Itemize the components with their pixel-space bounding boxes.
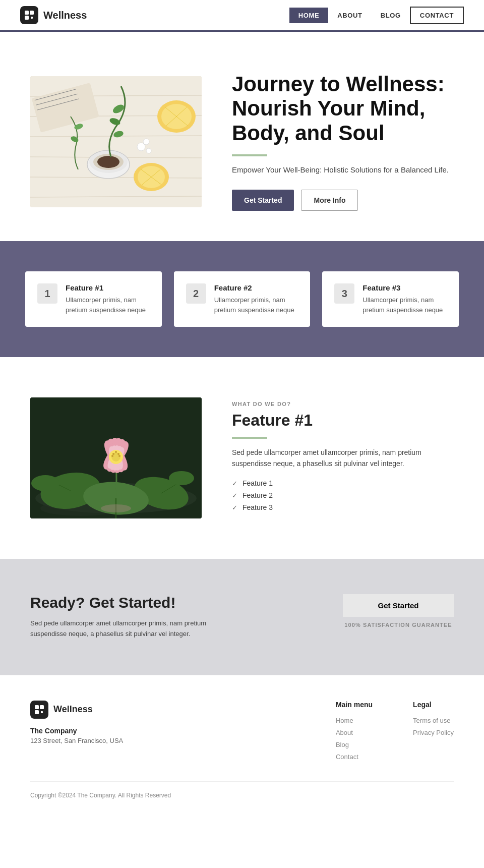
svg-rect-65 (35, 705, 39, 709)
svg-point-61 (115, 451, 117, 453)
what-title: Feature #1 (232, 411, 454, 430)
footer-legal-menu: Legal Terms of use Privacy Policy (413, 701, 454, 761)
footer-logo-text: Wellness (53, 704, 93, 715)
logo: Wellness (20, 6, 87, 24)
footer-link-privacy[interactable]: Privacy Policy (413, 729, 454, 736)
hero-buttons: Get Started More Info (232, 190, 454, 211)
footer-brand: Wellness The Company 123 Street, San Fra… (30, 701, 295, 761)
cta-desc: Sed pede ullamcorper amet ullamcorper pr… (30, 618, 242, 640)
logo-text: Wellness (43, 10, 87, 21)
cta-right: Get Started 100% SATISFACTION GUARANTEE (343, 594, 454, 628)
svg-point-26 (97, 156, 119, 168)
footer-legal-title: Legal (413, 701, 454, 709)
footer: Wellness The Company 123 Street, San Fra… (0, 675, 484, 814)
nav-about[interactable]: ABOUT (328, 8, 371, 23)
svg-rect-2 (25, 16, 29, 20)
feature-list: ✓ Feature 1 ✓ Feature 2 ✓ Feature 3 (232, 479, 454, 511)
check-icon-1: ✓ (232, 480, 237, 487)
svg-point-33 (143, 139, 149, 145)
what-desc: Sed pede ullamcorper amet ullamcorper pr… (232, 447, 454, 470)
cta-left: Ready? Get Started! Sed pede ullamcorper… (30, 594, 242, 640)
list-item-label-1: Feature 1 (243, 479, 273, 487)
navbar: Wellness HOME ABOUT BLOG CONTACT (0, 0, 484, 32)
svg-rect-0 (25, 11, 29, 15)
svg-point-59 (112, 453, 114, 455)
cta-section: Ready? Get Started! Sed pede ullamcorper… (0, 559, 484, 675)
footer-link-terms[interactable]: Terms of use (413, 717, 450, 724)
footer-link-blog[interactable]: Blog (336, 741, 349, 748)
nav-links: HOME ABOUT BLOG CONTACT (289, 7, 464, 24)
list-item-label-3: Feature 3 (243, 503, 273, 511)
footer-main-links: Home About Blog Contact (336, 716, 373, 761)
footer-legal-links: Terms of use Privacy Policy (413, 716, 454, 737)
svg-point-60 (117, 453, 119, 455)
more-info-button[interactable]: More Info (301, 190, 358, 211)
feature-num-3: 3 (334, 283, 354, 304)
svg-rect-66 (40, 705, 44, 709)
nav-blog[interactable]: BLOG (372, 8, 410, 23)
footer-link-about[interactable]: About (336, 729, 353, 736)
feature-title-2: Feature #2 (214, 283, 298, 292)
feature-card-3: 3 Feature #3 Ullamcorper primis, nam pre… (322, 271, 459, 327)
list-item-3: ✓ Feature 3 (232, 503, 454, 511)
what-divider (232, 437, 267, 439)
features-grid: 1 Feature #1 Ullamcorper primis, nam pre… (25, 271, 459, 327)
footer-top: Wellness The Company 123 Street, San Fra… (30, 701, 454, 761)
footer-address: 123 Street, San Francisco, USA (30, 737, 295, 744)
footer-bottom: Copyright ©2024 The Company. All Rights … (30, 781, 454, 799)
what-label: WHAT DO WE DO? (232, 401, 454, 407)
features-band: 1 Feature #1 Ullamcorper primis, nam pre… (0, 241, 484, 357)
what-section: WHAT DO WE DO? Feature #1 Sed pede ullam… (0, 357, 484, 559)
check-icon-2: ✓ (232, 492, 237, 499)
footer-logo-icon (30, 701, 48, 719)
hero-title: Journey to Wellness: Nourish Your Mind, … (232, 72, 454, 145)
cta-title: Ready? Get Started! (30, 594, 242, 611)
feature-card-2: 2 Feature #2 Ullamcorper primis, nam pre… (174, 271, 311, 327)
hero-section: Journey to Wellness: Nourish Your Mind, … (0, 32, 484, 241)
footer-logo: Wellness (30, 701, 295, 719)
get-started-button[interactable]: Get Started (232, 190, 294, 211)
cta-get-started-button[interactable]: Get Started (343, 594, 454, 617)
svg-point-44 (31, 475, 59, 491)
svg-point-34 (146, 148, 151, 153)
feature-title-3: Feature #3 (362, 283, 447, 292)
footer-company: The Company (30, 727, 295, 735)
logo-icon (20, 6, 38, 24)
feature-desc-1: Ullamcorper primis, nam pretium suspendi… (66, 295, 150, 315)
svg-point-64 (101, 504, 131, 512)
copyright: Copyright ©2024 The Company. All Rights … (30, 792, 171, 799)
footer-link-contact[interactable]: Contact (336, 753, 358, 761)
nav-contact[interactable]: CONTACT (410, 7, 464, 24)
cta-guarantee: 100% SATISFACTION GUARANTEE (344, 622, 452, 628)
footer-main-menu: Main menu Home About Blog Contact (336, 701, 373, 761)
feature-desc-3: Ullamcorper primis, nam pretium suspendi… (362, 295, 447, 315)
what-content: WHAT DO WE DO? Feature #1 Sed pede ullam… (232, 401, 454, 516)
list-item-2: ✓ Feature 2 (232, 491, 454, 499)
footer-link-home[interactable]: Home (336, 717, 353, 724)
hero-content: Journey to Wellness: Nourish Your Mind, … (232, 72, 454, 211)
svg-rect-67 (35, 710, 39, 714)
feature-num-2: 2 (186, 283, 206, 304)
nav-home[interactable]: HOME (289, 8, 329, 23)
svg-rect-1 (30, 11, 34, 15)
feature-title-1: Feature #1 (66, 283, 150, 292)
feature-card-1: 1 Feature #1 Ullamcorper primis, nam pre… (25, 271, 162, 327)
svg-point-63 (118, 455, 120, 457)
what-image (30, 397, 202, 518)
footer-main-menu-title: Main menu (336, 701, 373, 709)
hero-image (30, 76, 202, 207)
svg-rect-68 (41, 711, 43, 713)
list-item-label-2: Feature 2 (243, 491, 273, 499)
hero-divider (232, 154, 267, 156)
feature-desc-2: Ullamcorper primis, nam pretium suspendi… (214, 295, 298, 315)
svg-point-62 (111, 455, 113, 457)
check-icon-3: ✓ (232, 504, 237, 511)
svg-rect-3 (31, 17, 33, 19)
feature-num-1: 1 (37, 283, 57, 304)
list-item-1: ✓ Feature 1 (232, 479, 454, 487)
svg-point-45 (169, 471, 194, 485)
hero-subtitle: Empower Your Well-Being: Holistic Soluti… (232, 164, 454, 176)
